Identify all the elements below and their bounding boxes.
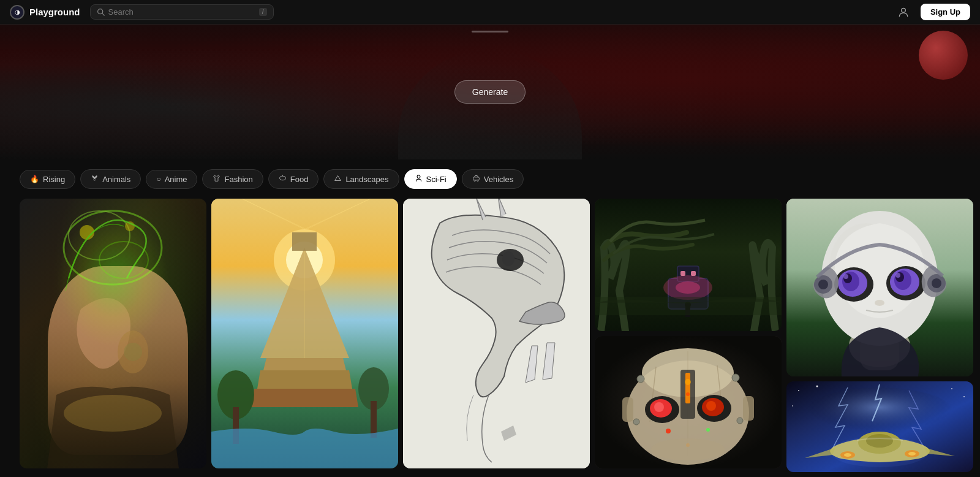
tab-food-label: Food [290, 175, 309, 184]
rising-icon: 🔥 [30, 175, 39, 183]
gallery [0, 199, 980, 477]
gallery-col-1 [20, 199, 206, 468]
search-icon [97, 8, 105, 16]
svg-point-87 [816, 386, 818, 387]
tab-landscapes-label: Landscapes [345, 175, 388, 184]
svg-point-78 [895, 273, 900, 278]
svg-point-7 [477, 180, 478, 181]
anime-icon: ○ [156, 175, 160, 183]
search-shortcut: / [259, 8, 267, 16]
svg-point-53 [686, 392, 690, 396]
svg-point-15 [64, 395, 162, 432]
tab-rising[interactable]: 🔥 Rising [20, 170, 75, 189]
gallery-col-3 [403, 199, 590, 468]
gallery-item-forest[interactable] [595, 199, 782, 331]
gallery-item-alien[interactable] [786, 199, 973, 376]
svg-rect-5 [473, 177, 479, 180]
search-input[interactable] [108, 7, 255, 17]
filter-tabs-bar: 🔥 Rising Animals ○ Anime Fashion F [0, 159, 980, 199]
hero-cta-area: Generate [454, 80, 526, 104]
svg-point-2 [902, 8, 906, 12]
tab-fashion-label: Fashion [224, 175, 252, 184]
tab-rising-label: Rising [43, 175, 65, 184]
svg-point-86 [798, 390, 799, 391]
animals-icon [91, 174, 99, 184]
svg-point-52 [685, 379, 691, 385]
gallery-item-robot[interactable] [595, 336, 782, 468]
svg-point-85 [806, 387, 953, 437]
tab-animals-label: Animals [102, 175, 130, 184]
hero-cta-button[interactable]: Generate [454, 80, 526, 104]
logo[interactable]: ◑ Playground [10, 5, 80, 20]
gallery-item-fantasy[interactable] [211, 199, 398, 468]
gallery-col-4 [595, 199, 782, 468]
svg-rect-22 [371, 401, 377, 438]
svg-line-1 [102, 13, 104, 15]
hero-section: Generate [0, 25, 980, 159]
svg-point-27 [502, 251, 514, 266]
tab-animals[interactable]: Animals [80, 169, 141, 189]
tab-anime-label: Anime [165, 175, 187, 184]
user-avatar-button[interactable] [894, 2, 913, 22]
search-bar: / [90, 4, 274, 20]
svg-point-56 [633, 419, 639, 425]
svg-point-11 [80, 225, 94, 240]
svg-point-82 [932, 278, 941, 288]
signup-button[interactable]: Sign Up [921, 4, 970, 20]
svg-point-59 [706, 428, 710, 432]
tab-food[interactable]: Food [268, 169, 319, 189]
tab-landscapes[interactable]: Landscapes [323, 169, 399, 189]
svg-point-14 [124, 343, 142, 361]
gallery-col-5 [786, 199, 973, 472]
gallery-item-cyber-woman[interactable] [20, 199, 206, 468]
tab-vehicles[interactable]: Vehicles [462, 169, 524, 189]
gallery-item-snake[interactable] [403, 199, 590, 468]
tab-vehicles-label: Vehicles [484, 175, 513, 184]
svg-point-4 [417, 175, 420, 178]
svg-rect-33 [680, 271, 685, 276]
logo-icon: ◑ [10, 5, 24, 20]
svg-point-80 [818, 280, 828, 289]
tab-fashion[interactable]: Fashion [202, 169, 263, 189]
svg-point-89 [963, 396, 965, 397]
hero-planet [919, 31, 968, 80]
vehicles-icon [472, 174, 480, 184]
tab-scifi[interactable]: Sci-Fi [404, 169, 457, 189]
svg-point-6 [474, 180, 475, 181]
navbar: ◑ Playground / Sign Up [0, 0, 980, 25]
gallery-col-2 [211, 199, 398, 468]
landscapes-icon [334, 174, 342, 184]
svg-point-9 [69, 211, 130, 260]
svg-point-57 [737, 418, 743, 424]
svg-point-55 [732, 374, 739, 381]
svg-rect-63 [743, 396, 754, 421]
svg-point-73 [843, 274, 848, 279]
tab-anime[interactable]: ○ Anime [146, 170, 197, 189]
svg-point-90 [792, 405, 793, 406]
svg-point-83 [875, 300, 884, 306]
svg-point-10 [99, 242, 148, 278]
svg-point-49 [706, 401, 716, 411]
svg-point-8 [64, 211, 162, 284]
fashion-icon [213, 174, 221, 184]
svg-point-32 [676, 281, 700, 294]
svg-point-58 [666, 429, 671, 433]
svg-point-46 [654, 402, 664, 412]
app-name: Playground [29, 7, 80, 17]
svg-rect-24 [292, 232, 317, 251]
hero-scroll-indicator [472, 31, 508, 32]
svg-point-88 [951, 388, 952, 389]
svg-point-97 [831, 437, 929, 467]
scifi-icon [415, 174, 423, 184]
svg-point-61 [651, 438, 725, 460]
svg-point-54 [637, 375, 644, 383]
tab-scifi-label: Sci-Fi [426, 175, 447, 184]
svg-point-12 [125, 221, 135, 231]
food-icon [279, 174, 287, 184]
hero-silhouette [398, 49, 582, 159]
svg-rect-51 [685, 373, 690, 403]
gallery-item-spaceship[interactable] [786, 381, 973, 472]
svg-rect-34 [691, 271, 696, 276]
svg-rect-62 [622, 397, 633, 422]
